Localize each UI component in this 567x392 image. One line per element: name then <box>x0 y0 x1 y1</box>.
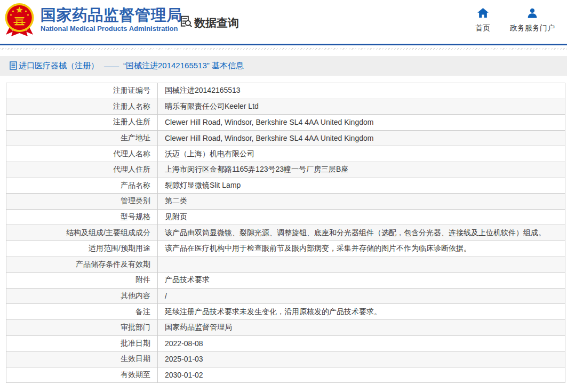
table-row: 备注延续注册产品技术要求未发生变化，沿用原核发的产品技术要求。 <box>6 304 565 320</box>
nav-gov-portal-label: 政务服务门户 <box>510 23 555 33</box>
page: 国家药品监督管理局 National Medical Products Admi… <box>0 0 567 392</box>
row-label: 生产地址 <box>6 130 158 146</box>
top-nav: 首页 政务服务门户 <box>475 8 555 33</box>
table-row: 其他内容/ <box>6 288 565 304</box>
row-value: Clewer Hill Road, Windsor, Berkshire SL4… <box>158 130 565 146</box>
row-label: 有效期至 <box>6 367 158 383</box>
row-value: 产品技术要求 <box>158 273 565 289</box>
row-value: 2022-08-08 <box>158 335 565 351</box>
row-value: 睛乐有限责任公司Keeler Ltd <box>158 99 565 115</box>
row-label: 备注 <box>6 304 158 320</box>
document-icon <box>10 61 17 71</box>
row-label: 产品名称 <box>6 178 158 194</box>
agency-name: 国家药品监督管理局 National Medical Products Admi… <box>41 3 182 33</box>
row-value: 沃迈（上海）机电有限公司 <box>158 146 565 162</box>
breadcrumb-section-link[interactable]: 进口医疗器械（注册） <box>19 61 99 71</box>
table-row: 注册证编号国械注进20142165513 <box>6 83 565 99</box>
data-query-label: 数据查询 <box>194 15 239 30</box>
row-value: 延续注册产品技术要求未发生变化，沿用原核发的产品技术要求。 <box>158 304 565 320</box>
table-row: 批准日期2022-08-08 <box>6 335 565 351</box>
table-row: 结构及组成/主要组成成分该产品由双筒显微镜、裂隙光源、调整旋钮、底座和分光器组件… <box>6 225 565 241</box>
nav-home[interactable]: 首页 <box>475 8 490 33</box>
table-row: 生效日期2025-01-03 <box>6 351 565 367</box>
row-label: 型号规格 <box>6 209 158 225</box>
row-value: 该产品由双筒显微镜、裂隙光源、调整旋钮、底座和分光器组件（选配，包含分光器、连接… <box>158 225 565 241</box>
table-row: 审批部门国家药品监督管理局 <box>6 319 565 335</box>
registration-info-table: 注册证编号国械注进20142165513注册人名称睛乐有限责任公司Keeler … <box>6 83 565 383</box>
table-row: 适用范围/预期用途该产品在医疗机构中用于检查眼前节及眼内部病变，采集并存储的图片… <box>6 241 565 257</box>
row-label: 适用范围/预期用途 <box>6 241 158 257</box>
table-row: 型号规格见附页 <box>6 209 565 225</box>
row-value <box>158 257 565 273</box>
user-icon <box>527 8 538 20</box>
row-label: 注册证编号 <box>6 83 158 99</box>
row-value: 国家药品监督管理局 <box>158 319 565 335</box>
row-value: Clewer Hill Road, Windsor, Berkshire SL4… <box>158 115 565 131</box>
table-row: 附件产品技术要求 <box>6 273 565 289</box>
row-value: 2025-01-03 <box>158 351 565 367</box>
table-row: 代理人名称沃迈（上海）机电有限公司 <box>6 146 565 162</box>
row-value: 该产品在医疗机构中用于检查眼前节及眼内部病变，采集并存储的图片不作为临床诊断依据… <box>158 241 565 257</box>
table-row: 有效期至2030-01-02 <box>6 367 565 383</box>
nav-home-label: 首页 <box>475 23 490 33</box>
breadcrumb-current: “国械注进20142165513” 基本信息 <box>123 61 244 71</box>
site-header: 国家药品监督管理局 National Medical Products Admi… <box>0 0 567 44</box>
row-label: 结构及组成/主要组成成分 <box>6 225 158 241</box>
row-label: 其他内容 <box>6 288 158 304</box>
table-row: 代理人住所上海市闵行区金都路1165弄123号23幢一号厂房三层B座 <box>6 162 565 178</box>
home-icon <box>477 8 489 20</box>
table-row: 注册人住所Clewer Hill Road, Windsor, Berkshir… <box>6 115 565 131</box>
row-label: 注册人住所 <box>6 115 158 131</box>
row-value: 见附页 <box>158 209 565 225</box>
row-label: 批准日期 <box>6 335 158 351</box>
row-label: 附件 <box>6 273 158 289</box>
breadcrumb: 进口医疗器械（注册） —— “国械注进20142165513” 基本信息 <box>0 56 567 76</box>
row-label: 审批部门 <box>6 319 158 335</box>
row-label: 生效日期 <box>6 351 158 367</box>
agency-brand-link[interactable]: 国家药品监督管理局 National Medical Products Admi… <box>4 3 182 40</box>
data-search-icon <box>179 14 193 31</box>
breadcrumb-separator: —— <box>104 61 118 70</box>
table-row: 管理类别第二类 <box>6 194 565 210</box>
row-value: 上海市闵行区金都路1165弄123号23幢一号厂房三层B座 <box>158 162 565 178</box>
row-value: / <box>158 288 565 304</box>
row-value: 2030-01-02 <box>158 367 565 383</box>
agency-name-en: National Medical Products Administration <box>41 25 182 33</box>
national-emblem-logo <box>4 3 35 40</box>
row-label: 注册人名称 <box>6 99 158 115</box>
table-row: 产品名称裂隙灯显微镜Slit Lamp <box>6 178 565 194</box>
hatch-divider <box>0 48 567 50</box>
header-blue-divider <box>0 44 567 45</box>
row-label: 管理类别 <box>6 194 158 210</box>
data-query-tab[interactable]: 数据查询 <box>179 14 239 31</box>
row-label: 代理人名称 <box>6 146 158 162</box>
table-row: 产品储存条件及有效期 <box>6 257 565 273</box>
row-value: 国械注进20142165513 <box>158 83 565 99</box>
row-value: 裂隙灯显微镜Slit Lamp <box>158 178 565 194</box>
row-label: 产品储存条件及有效期 <box>6 257 158 273</box>
table-row: 生产地址Clewer Hill Road, Windsor, Berkshire… <box>6 130 565 146</box>
agency-name-zh: 国家药品监督管理局 <box>41 7 182 23</box>
nav-gov-service-portal[interactable]: 政务服务门户 <box>510 8 555 33</box>
table-row: 注册人名称睛乐有限责任公司Keeler Ltd <box>6 99 565 115</box>
row-value: 第二类 <box>158 194 565 210</box>
row-label: 代理人住所 <box>6 162 158 178</box>
